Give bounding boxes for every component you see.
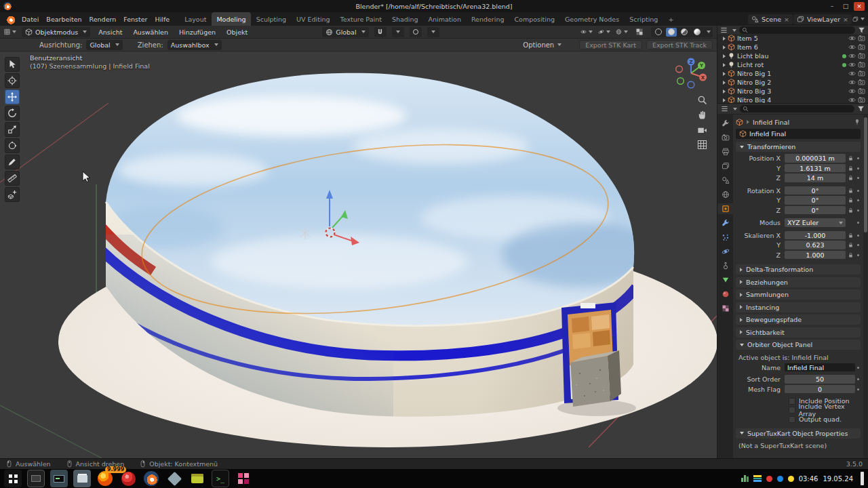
shading-wireframe-button[interactable] (653, 28, 664, 37)
outliner-row-licht-blau[interactable]: Licht blau (717, 52, 868, 60)
window-manager-icon[interactable] (27, 470, 45, 487)
axis-x-neg-button[interactable] (676, 66, 683, 73)
viewlayer-options-button[interactable] (852, 14, 865, 24)
animate-dot[interactable] (857, 157, 859, 159)
yellow-dot-icon[interactable] (788, 476, 794, 482)
blender-logo-icon[interactable] (5, 14, 16, 24)
animate-dot[interactable] (857, 177, 859, 179)
export-stk-track-button[interactable]: Export STK Track (646, 40, 713, 49)
hide-eye-icon[interactable] (848, 61, 856, 68)
firefox-icon[interactable]: 9.999 (96, 470, 114, 487)
transform-panel-header[interactable]: Transformieren (736, 142, 861, 152)
hide-eye-icon[interactable] (848, 52, 856, 60)
viewlayer-unlink-icon[interactable]: × (843, 16, 848, 23)
render-camera-icon[interactable] (858, 43, 865, 51)
section-orbiter-panel[interactable]: Orbiter Object Panel (736, 340, 861, 350)
outliner-editor-chevron[interactable] (732, 29, 736, 32)
orbiter-name-input[interactable]: Infield Final (785, 363, 855, 372)
tab-output[interactable] (717, 146, 733, 157)
section-delta-transform[interactable]: Delta-Transformation (736, 264, 861, 274)
visibility-dropdown[interactable] (580, 27, 593, 37)
render-camera-icon[interactable] (858, 52, 865, 60)
outliner-row-nitro1[interactable]: Nitro Big 1 (717, 69, 868, 78)
render-camera-icon[interactable] (858, 61, 865, 68)
properties-search-input[interactable] (740, 105, 854, 113)
close-button[interactable]: × (854, 2, 865, 11)
position-y-field[interactable]: 1.6131 m (785, 164, 846, 173)
render-camera-icon[interactable] (858, 79, 865, 86)
export-stk-kart-button[interactable]: Export STK Kart (579, 40, 642, 49)
shading-material-button[interactable] (679, 28, 690, 37)
xray-toggle[interactable] (633, 27, 646, 37)
hide-eye-icon[interactable] (848, 87, 856, 95)
tab-object[interactable] (717, 203, 733, 214)
object-name-field[interactable]: Infield Final (736, 129, 861, 139)
section-stk-properties[interactable]: SuperTuxKart Object Properties (736, 428, 861, 439)
mode-selector[interactable]: Objektmodus (22, 27, 90, 37)
lock-icon[interactable] (846, 165, 855, 171)
outliner-search-input[interactable] (739, 26, 855, 34)
menu-datei[interactable]: Datei (18, 12, 42, 26)
rotation-x-field[interactable]: 0° (785, 186, 846, 195)
mesh-flag-field[interactable]: 0 (785, 385, 855, 394)
section-instancing[interactable]: Instancing (736, 302, 861, 312)
transform-orientation-selector[interactable]: Global (322, 27, 368, 37)
menu-auswaehlen[interactable]: Auswählen (130, 28, 171, 36)
scale-tool[interactable] (5, 122, 20, 137)
overlays-dropdown[interactable] (616, 27, 628, 37)
file-manager-icon[interactable] (73, 470, 91, 487)
render-camera-icon[interactable] (858, 35, 865, 42)
outliner-row-item6[interactable]: Item 6 (717, 43, 868, 52)
ausrichtung-selector[interactable]: Global (86, 40, 122, 50)
tab-scripting[interactable]: Scripting (625, 12, 663, 26)
hide-eye-icon[interactable] (848, 96, 856, 103)
lock-icon[interactable] (846, 197, 855, 203)
tab-geometry-nodes[interactable]: Geometry Nodes (560, 12, 624, 26)
animate-dot[interactable] (857, 254, 859, 256)
gizmo-dropdown[interactable] (598, 27, 610, 37)
terminal-icon[interactable] (50, 470, 68, 487)
menu-objekt[interactable]: Objekt (224, 28, 250, 36)
filter-icon[interactable] (857, 105, 865, 113)
include-position-checkbox[interactable] (789, 398, 795, 405)
rotation-y-field[interactable]: 0° (785, 196, 846, 205)
tab-animation[interactable]: Animation (423, 12, 465, 26)
tab-rendering[interactable]: Rendering (467, 12, 509, 26)
tab-texture[interactable] (717, 303, 733, 314)
animate-dot[interactable] (857, 367, 859, 369)
tab-view-layer[interactable] (717, 161, 733, 171)
tab-sculpting[interactable]: Sculpting (252, 12, 291, 26)
app-launcher-icon[interactable] (4, 470, 22, 487)
tab-compositing[interactable]: Compositing (509, 12, 559, 26)
tab-render[interactable] (717, 132, 733, 143)
lock-icon[interactable] (846, 207, 855, 214)
position-z-field[interactable]: 14 m (785, 174, 846, 182)
include-vertex-array-checkbox[interactable] (789, 407, 795, 413)
add-cube-tool[interactable] (5, 187, 20, 202)
red-dot-icon[interactable] (766, 476, 772, 482)
blender-icon[interactable] (142, 470, 160, 487)
cursor-tool[interactable] (5, 73, 20, 88)
animate-dot[interactable] (857, 244, 859, 246)
tab-layout[interactable]: Layout (180, 12, 211, 26)
show-desktop-button[interactable] (861, 472, 864, 485)
tab-modifiers[interactable] (717, 218, 733, 228)
add-workspace-button[interactable]: + (663, 12, 678, 26)
render-camera-icon[interactable] (858, 70, 865, 77)
animate-dot[interactable] (857, 235, 859, 237)
taskbar-date[interactable]: 19.05.24 (823, 475, 853, 483)
transform-tool[interactable] (5, 138, 20, 153)
blue-dot-icon[interactable] (777, 476, 783, 482)
menu-hilfe[interactable]: Hilfe (152, 12, 174, 26)
perspective-toggle-button[interactable] (697, 140, 707, 150)
tab-physics[interactable] (717, 246, 733, 257)
menu-hinzufuegen[interactable]: Hinzufügen (176, 28, 218, 36)
tab-world[interactable] (717, 189, 733, 200)
taskbar-clock[interactable]: 03:46 (799, 475, 818, 483)
properties-editor-chevron[interactable] (733, 108, 737, 110)
proportional-editing-toggle[interactable] (410, 27, 422, 37)
properties-editor-icon[interactable] (721, 105, 728, 113)
filter-icon[interactable] (858, 26, 865, 34)
scrollbar-thumb[interactable] (864, 117, 867, 232)
section-beziehungen[interactable]: Beziehungen (736, 277, 861, 287)
